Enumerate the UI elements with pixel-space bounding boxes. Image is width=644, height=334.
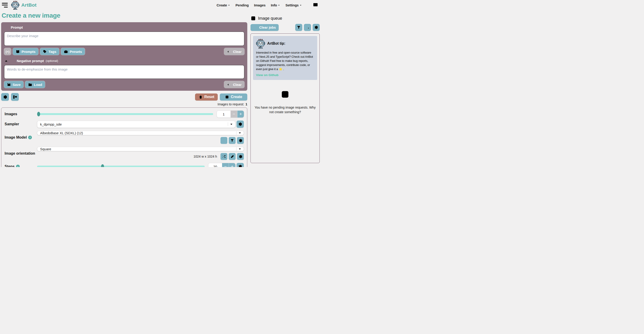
page-title: Create a new image <box>2 12 247 19</box>
filter-icon <box>230 138 234 142</box>
image-queue-title: Image queue <box>258 16 282 21</box>
steps-count-input[interactable] <box>208 163 222 167</box>
images-label: Images <box>4 112 37 116</box>
images-slider-thumb[interactable] <box>37 112 40 116</box>
nav-item-images[interactable]: Images <box>254 3 266 7</box>
tip-title: ArtBot tip: <box>267 41 285 45</box>
shuffle-icon <box>222 154 226 159</box>
model-filter-button[interactable] <box>229 137 236 144</box>
queue-sort-button[interactable] <box>304 24 311 31</box>
sampler-settings-button[interactable] <box>236 120 244 128</box>
steps-slider-track[interactable] <box>37 166 205 167</box>
filter-icon <box>296 25 301 29</box>
trash-icon <box>198 95 203 99</box>
view-on-github-link[interactable]: View on Github <box>256 73 278 77</box>
images-decrement-button[interactable]: − <box>230 111 237 117</box>
queue-panel: ArtBot tip: Interested in free and open-… <box>250 33 320 163</box>
artbot-robot-icon <box>256 38 265 48</box>
chevron-down-icon <box>238 131 242 135</box>
empty-queue-state: You have no pending image requests. Why … <box>253 90 317 115</box>
save-negative-button[interactable]: Save <box>4 81 24 88</box>
orientation-settings-button[interactable] <box>237 153 244 160</box>
clear-negative-button[interactable]: Clear <box>224 81 244 88</box>
load-negative-button[interactable]: Load <box>25 81 45 88</box>
gear-icon <box>238 138 243 143</box>
queue-filter-button[interactable] <box>295 24 302 31</box>
broken-image-icon <box>280 90 290 99</box>
gear-icon <box>3 95 8 99</box>
image-queue-sidebar: Image queue Clear jobs ArtBot tip: Inter… <box>250 10 320 167</box>
orientation-select[interactable]: Square <box>37 147 244 151</box>
reset-button[interactable]: Reset <box>195 93 218 101</box>
prompt-header: Prompt <box>4 25 244 30</box>
steps-slider[interactable] <box>37 164 205 167</box>
chevron-down-icon <box>300 4 302 6</box>
prompt-input[interactable] <box>4 32 244 46</box>
image-model-select[interactable]: AlbedoBase XL (SDXL) (12) <box>37 131 244 135</box>
steps-decrement-button[interactable]: − <box>222 163 229 167</box>
prompts-library-button[interactable]: Prompts <box>13 48 38 55</box>
tip-text: Interested in free and open-source softw… <box>256 51 314 71</box>
nav-links: Create Pending Images Info Settings <box>216 2 318 8</box>
chevron-down-icon <box>278 4 280 6</box>
image-icon <box>250 15 256 21</box>
queue-settings-button[interactable] <box>312 24 320 31</box>
image-model-label: Image Model i <box>4 135 37 139</box>
clear-jobs-button[interactable]: Clear jobs <box>250 24 279 31</box>
negative-prompt-input[interactable] <box>4 65 244 79</box>
clear-prompt-button[interactable]: Clear <box>224 48 244 55</box>
gear-icon <box>314 25 318 29</box>
prompt-panel: Prompt {+} Prompts Tags Presets Clear <box>1 22 247 91</box>
computer-icon <box>12 95 18 99</box>
info-icon[interactable]: i <box>16 165 20 167</box>
artbot-logo-icon <box>11 0 20 10</box>
create-button[interactable]: Create <box>220 93 247 101</box>
hamburger-menu-icon[interactable] <box>2 3 8 7</box>
info-icon[interactable]: i <box>28 136 32 139</box>
chevron-up-icon[interactable] <box>4 59 8 63</box>
steps-settings-button[interactable] <box>236 163 244 167</box>
images-row: Images − + <box>4 111 244 117</box>
images-to-request: Images to request:1 <box>1 102 247 106</box>
presets-button[interactable]: Presets <box>61 48 85 55</box>
model-details-button[interactable] <box>220 137 227 144</box>
folder-icon <box>28 82 32 87</box>
model-settings-button[interactable] <box>237 137 244 144</box>
images-count-input[interactable] <box>217 111 230 117</box>
camera-icon <box>64 49 68 54</box>
custom-dimensions-button[interactable] <box>229 153 236 160</box>
tag-icon <box>43 49 47 54</box>
optional-label: (optional) <box>46 59 58 62</box>
gear-icon <box>238 154 243 159</box>
shortcut-syntax-button[interactable]: {+} <box>4 48 11 55</box>
sampler-row: Sampler k_dpmpp_sde <box>4 120 244 128</box>
nav-item-info[interactable]: Info <box>271 3 280 7</box>
playlist-remove-icon <box>10 58 15 63</box>
nav-item-create[interactable]: Create <box>216 3 230 7</box>
image-queue-header: Image queue <box>250 15 320 21</box>
images-slider-track[interactable] <box>37 113 213 115</box>
nav-item-pending[interactable]: Pending <box>235 3 249 7</box>
images-stepper: − + <box>217 111 244 117</box>
layout-toggle-button[interactable] <box>11 93 19 101</box>
negative-prompt-header: Negative prompt (optional) <box>4 58 244 63</box>
tags-button[interactable]: Tags <box>40 48 59 55</box>
sampler-label: Sampler <box>4 122 37 126</box>
plus-box-icon <box>225 95 229 99</box>
steps-stepper: − + <box>208 163 235 167</box>
brand[interactable]: ArtBot <box>11 0 37 10</box>
images-slider[interactable] <box>37 112 213 116</box>
sort-descending-icon <box>305 25 310 29</box>
top-navbar: ArtBot Create Pending Images Info Settin… <box>0 0 322 10</box>
advanced-settings-button[interactable] <box>1 93 9 101</box>
performance-monitor-icon[interactable] <box>312 2 318 8</box>
steps-row: Steps i − + <box>4 163 244 167</box>
steps-slider-thumb[interactable] <box>101 164 104 167</box>
chevron-down-icon <box>230 123 233 126</box>
steps-increment-button[interactable]: + <box>229 163 235 167</box>
nav-item-settings[interactable]: Settings <box>285 3 302 7</box>
images-increment-button[interactable]: + <box>237 111 244 117</box>
list-icon <box>222 138 226 143</box>
randomize-orientation-button[interactable] <box>220 153 227 160</box>
sampler-select[interactable]: k_dpmpp_sde <box>37 121 235 128</box>
